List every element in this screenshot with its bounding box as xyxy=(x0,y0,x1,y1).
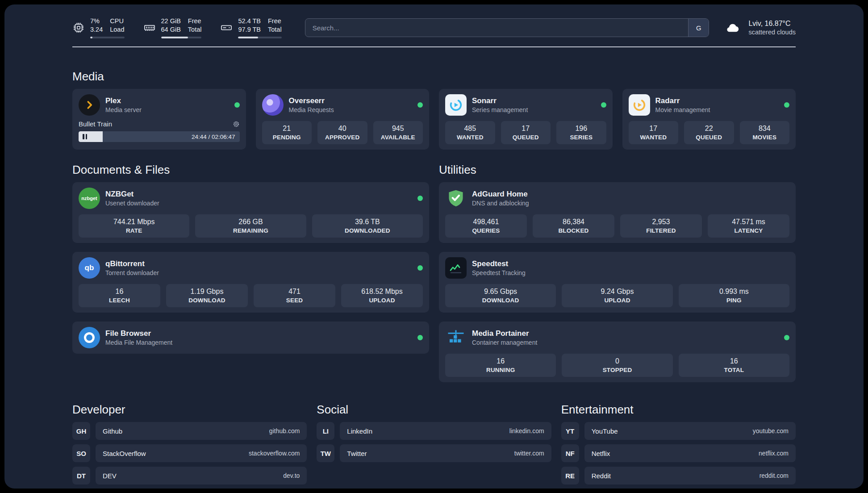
stat-value: 471 xyxy=(256,288,333,296)
storage-total: 97.9 TB xyxy=(238,25,261,34)
stat-value: 0 xyxy=(564,357,670,365)
section-utilities: Utilities AdGuard Home xyxy=(439,163,796,382)
stat-label: MOVIES xyxy=(743,134,787,141)
stat-value: 40 xyxy=(320,125,365,133)
bookmark-abbr[interactable]: GH xyxy=(72,422,90,440)
bookmark-link[interactable]: Github github.com xyxy=(96,422,307,440)
service-card-adguard[interactable]: AdGuard Home DNS and adblocking 498,461 … xyxy=(439,182,796,243)
bookmark-abbr[interactable]: YT xyxy=(561,422,579,440)
bookmark-row: NF Netflix netflix.com xyxy=(561,444,796,462)
bookmark-row: DT DEV dev.to xyxy=(72,467,307,485)
bookmark-url: github.com xyxy=(269,427,300,435)
stat-tile: 17 QUEUED xyxy=(501,121,551,144)
stat-tile: 196 SERIES xyxy=(556,121,606,144)
stat-value: 9.24 Gbps xyxy=(564,288,670,296)
status-indicator xyxy=(417,102,423,108)
bookmark-link[interactable]: StackOverflow stackoverflow.com xyxy=(96,444,307,462)
stat-label: FILTERED xyxy=(623,227,699,234)
bookmark-abbr[interactable]: TW xyxy=(317,444,334,462)
service-card-filebrowser[interactable]: File Browser Media File Management xyxy=(72,322,429,354)
stat-label: RATE xyxy=(81,227,187,234)
service-subtitle: Movie management xyxy=(655,106,710,114)
storage-progress-bar xyxy=(238,37,281,38)
pause-icon[interactable] xyxy=(83,134,87,139)
bookmark-abbr[interactable]: SO xyxy=(72,444,90,462)
stat-value: 945 xyxy=(376,125,421,133)
bookmark-link[interactable]: LinkedIn linkedin.com xyxy=(340,422,551,440)
stat-label: STOPPED xyxy=(564,367,670,373)
stat-label: RUNNING xyxy=(448,367,553,373)
stat-tile: 39.6 TB DOWNLOADED xyxy=(312,214,423,238)
status-indicator xyxy=(601,102,606,108)
bookmark-name: LinkedIn xyxy=(347,427,372,435)
bookmark-abbr[interactable]: DT xyxy=(72,467,90,485)
storage-icon xyxy=(220,21,233,34)
stat-tile: 9.24 Gbps UPLOAD xyxy=(562,284,672,307)
search-input[interactable] xyxy=(305,19,689,37)
service-card-portainer[interactable]: Media Portainer Container management 16 … xyxy=(439,322,796,382)
stat-value: 485 xyxy=(448,125,492,133)
stat-label: PING xyxy=(681,297,787,304)
status-indicator xyxy=(234,102,240,108)
service-card-qbittorrent[interactable]: qb qBittorrent Torrent downloader 16 xyxy=(72,252,429,313)
bookmark-link[interactable]: YouTube youtube.com xyxy=(584,422,796,440)
cloud-icon xyxy=(722,20,743,35)
service-card-plex[interactable]: Plex Media server Bullet Train xyxy=(72,89,246,150)
ram-total: 64 GiB xyxy=(161,25,181,34)
service-name: File Browser xyxy=(105,329,172,338)
filebrowser-icon xyxy=(79,327,100,348)
bookmark-link[interactable]: Reddit reddit.com xyxy=(584,467,796,485)
bookmark-abbr[interactable]: NF xyxy=(561,444,579,462)
stat-tile: 266 GB REMAINING xyxy=(195,214,306,238)
stat-label: WANTED xyxy=(448,134,492,141)
service-subtitle: Media server xyxy=(105,106,142,114)
service-card-sonarr[interactable]: Sonarr Series management 485 WANTED 17 Q… xyxy=(439,89,613,150)
nzbget-icon-text: nzbget xyxy=(81,196,97,201)
bookmark-abbr[interactable]: RE xyxy=(561,467,579,485)
stat-tile: 0.993 ms PING xyxy=(679,284,789,307)
stat-tile: 0 STOPPED xyxy=(562,354,672,377)
service-subtitle: DNS and adblocking xyxy=(472,199,529,207)
search-bar: G xyxy=(305,18,709,37)
section-title-utilities: Utilities xyxy=(439,163,796,177)
ram-free: 22 GiB xyxy=(161,17,181,25)
plex-icon xyxy=(79,94,100,116)
status-indicator xyxy=(784,102,789,108)
bookmark-link[interactable]: Twitter twitter.com xyxy=(340,444,551,462)
cpu-load-label: Load xyxy=(110,25,124,34)
player-settings-icon[interactable] xyxy=(233,121,240,128)
stat-tile: 485 WANTED xyxy=(445,121,495,144)
seek-bar[interactable]: 24:44 / 02:06:47 xyxy=(79,131,240,142)
bookmark-group-social: Social LI LinkedIn linkedin.com TW Twitt… xyxy=(317,403,551,462)
storage-free-label: Free xyxy=(268,17,282,25)
top-bar: 7% 3.24 CPU Load xyxy=(72,17,796,38)
service-name: Plex xyxy=(105,96,142,105)
service-subtitle: Usenet downloader xyxy=(105,199,159,207)
stat-value: 834 xyxy=(743,125,787,133)
ram-progress-bar xyxy=(161,37,202,38)
service-card-speedtest[interactable]: Speedtest Speedtest Tracking 9.65 Gbps D… xyxy=(439,252,796,313)
stat-label: LEECH xyxy=(81,297,158,304)
bookmark-link[interactable]: DEV dev.to xyxy=(96,467,307,485)
service-card-overseerr[interactable]: Overseerr Media Requests 21 PENDING 40 A… xyxy=(256,89,430,150)
bookmark-url: linkedin.com xyxy=(509,427,544,435)
bookmark-row: YT YouTube youtube.com xyxy=(561,422,796,440)
bookmark-abbr[interactable]: LI xyxy=(317,422,334,440)
service-name: Speedtest xyxy=(472,259,526,268)
search-provider-button[interactable]: G xyxy=(688,19,709,37)
cpu-label: CPU xyxy=(110,17,124,25)
stat-label: UPLOAD xyxy=(564,297,670,304)
service-card-radarr[interactable]: Radarr Movie management 17 WANTED 22 QUE… xyxy=(622,89,796,150)
ram-total-label: Total xyxy=(188,25,202,34)
bookmark-name: Netflix xyxy=(592,450,610,457)
stat-tile: 744.21 Mbps RATE xyxy=(79,214,189,238)
bookmark-link[interactable]: Netflix netflix.com xyxy=(584,444,796,462)
playback-time: 24:44 / 02:06:47 xyxy=(192,134,235,140)
stat-label: APPROVED xyxy=(320,134,365,141)
bookmark-name: Reddit xyxy=(592,472,611,480)
cpu-progress-bar xyxy=(90,37,125,38)
service-name: AdGuard Home xyxy=(472,189,529,199)
service-card-nzbget[interactable]: nzbget NZBGet Usenet downloader 744.21 M… xyxy=(72,182,429,243)
service-name: Overseerr xyxy=(289,96,334,105)
ram-progress-fill xyxy=(161,37,188,38)
